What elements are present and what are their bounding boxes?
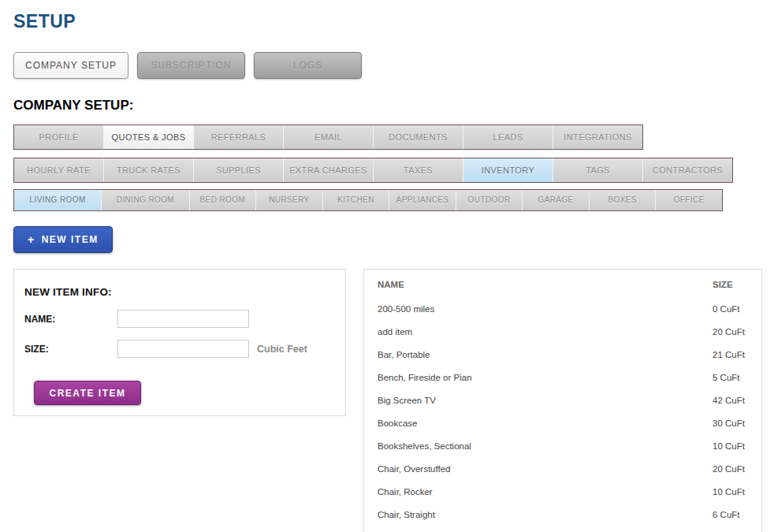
content-area: NEW ITEM INFO: NAME: SIZE: Cubic Feet CR… [13, 269, 762, 532]
item-size: 6 CuFt [713, 510, 761, 519]
item-name: Chair, Overstuffed [378, 464, 713, 474]
top-nav: COMPANY SETUPSUBSCRIPTIONLOGS [13, 52, 762, 79]
item-size: 42 CuFt [713, 396, 761, 405]
tab-tags[interactable]: TAGS [553, 158, 642, 182]
section-heading: COMPANY SETUP: [13, 98, 762, 113]
item-size: 0 CuFt [713, 304, 761, 314]
item-name: Bookshelves, Sectional [378, 441, 713, 451]
plus-icon: + [28, 233, 35, 246]
table-row[interactable]: Bar, Portable21 CuFt [364, 343, 761, 366]
tab-extra-charges[interactable]: EXTRA CHARGES [283, 158, 373, 182]
table-body: 200-500 miles0 CuFtadd item20 CuFtBar, P… [364, 297, 761, 532]
item-name: Bar, Portable [378, 350, 713, 359]
tab-nursery[interactable]: NURSERY [255, 190, 322, 210]
name-input[interactable] [117, 310, 249, 328]
new-item-button-label: NEW ITEM [42, 234, 99, 245]
tab-appliances[interactable]: APPLIANCES [389, 190, 456, 210]
item-name: Chair, Straight [378, 510, 713, 519]
tab-profile[interactable]: PROFILE [14, 125, 103, 149]
item-size: 20 CuFt [713, 327, 761, 337]
item-name: Big Screen TV [378, 396, 713, 405]
top-button-subscription[interactable]: SUBSCRIPTION [137, 52, 245, 79]
item-name: Bench, Fireside or Pian [378, 373, 713, 382]
create-item-button[interactable]: CREATE ITEM [34, 381, 141, 405]
table-header: NAME SIZE [364, 270, 761, 297]
table-row[interactable]: Chair, Straight6 CuFt [364, 503, 761, 526]
name-field-row: NAME: [24, 310, 345, 328]
size-field-row: SIZE: Cubic Feet [24, 340, 345, 358]
tab-contractors[interactable]: CONTRACTORS [642, 158, 732, 182]
tab-boxes[interactable]: BOXES [589, 190, 656, 210]
tab-dining-room[interactable]: DINING ROOM [101, 190, 188, 210]
tab-email[interactable]: EMAIL [283, 125, 373, 149]
table-row[interactable]: Chair, Arm15 CuFt [364, 526, 761, 532]
tab-office[interactable]: OFFICE [655, 190, 722, 210]
item-size: 5 CuFt [713, 373, 761, 382]
name-label: NAME: [24, 314, 117, 325]
tab-documents[interactable]: DOCUMENTS [373, 125, 463, 149]
tab-supplies[interactable]: SUPPLIES [193, 158, 283, 182]
tab-rows-container: PROFILEQUOTES & JOBSREFERRALSEMAILDOCUME… [13, 125, 762, 211]
item-size: 30 CuFt [713, 419, 761, 428]
size-input[interactable] [117, 340, 249, 358]
table-row[interactable]: Chair, Rocker10 CuFt [364, 480, 761, 503]
tab-row-setup-sections: PROFILEQUOTES & JOBSREFERRALSEMAILDOCUME… [13, 125, 643, 150]
column-header-size: SIZE [713, 280, 761, 289]
item-size: 20 CuFt [713, 464, 761, 474]
tab-inventory[interactable]: INVENTORY [463, 158, 553, 182]
tab-row-inventory-rooms: LIVING ROOMDINING ROOMBED ROOMNURSERYKIT… [13, 189, 723, 211]
tab-referrals[interactable]: REFERRALS [193, 125, 283, 149]
table-row[interactable]: 200-500 miles0 CuFt [364, 297, 761, 320]
item-name: Chair, Rocker [378, 487, 713, 497]
item-size: 10 CuFt [713, 441, 761, 451]
tab-living-room[interactable]: LIVING ROOM [14, 190, 101, 210]
tab-bed-room[interactable]: BED ROOM [189, 190, 256, 210]
item-size: 10 CuFt [713, 487, 761, 497]
size-unit-label: Cubic Feet [257, 344, 307, 355]
size-label: SIZE: [24, 344, 117, 355]
table-row[interactable]: Bench, Fireside or Pian5 CuFt [364, 366, 761, 389]
item-name: 200-500 miles [378, 304, 713, 314]
table-row[interactable]: Bookcase30 CuFt [364, 411, 761, 434]
item-name: add item [378, 327, 713, 337]
column-header-name: NAME [378, 280, 713, 289]
tab-taxes[interactable]: TAXES [373, 158, 463, 182]
top-button-logs[interactable]: LOGS [254, 52, 362, 79]
top-button-company-setup[interactable]: COMPANY SETUP [13, 52, 128, 79]
tab-truck-rates[interactable]: TRUCK RATES [103, 158, 193, 182]
table-row[interactable]: Chair, Overstuffed20 CuFt [364, 457, 761, 480]
inventory-table-panel: NAME SIZE 200-500 miles0 CuFtadd item20 … [363, 269, 762, 532]
item-name: Bookcase [378, 419, 713, 428]
tab-hourly-rate[interactable]: HOURLY RATE [14, 158, 103, 182]
tab-integrations[interactable]: INTEGRATIONS [553, 125, 642, 149]
table-row[interactable]: Bookshelves, Sectional10 CuFt [364, 434, 761, 457]
new-item-button[interactable]: + NEW ITEM [13, 226, 113, 253]
table-row[interactable]: add item20 CuFt [364, 320, 761, 343]
tab-garage[interactable]: GARAGE [522, 190, 589, 210]
tab-quotes-jobs[interactable]: QUOTES & JOBS [103, 125, 193, 149]
page-title: SETUP [13, 11, 762, 32]
new-item-form-panel: NEW ITEM INFO: NAME: SIZE: Cubic Feet CR… [13, 269, 346, 416]
tab-kitchen[interactable]: KITCHEN [322, 190, 389, 210]
tab-leads[interactable]: LEADS [463, 125, 553, 149]
setup-page: SETUP COMPANY SETUPSUBSCRIPTIONLOGS COMP… [0, 0, 774, 532]
tab-row-quotes-jobs-sections: HOURLY RATETRUCK RATESSUPPLIESEXTRA CHAR… [13, 158, 733, 183]
table-row[interactable]: Big Screen TV42 CuFt [364, 389, 761, 411]
item-size: 21 CuFt [713, 350, 761, 359]
form-heading: NEW ITEM INFO: [24, 286, 345, 298]
tab-outdoor[interactable]: OUTDOOR [456, 190, 523, 210]
